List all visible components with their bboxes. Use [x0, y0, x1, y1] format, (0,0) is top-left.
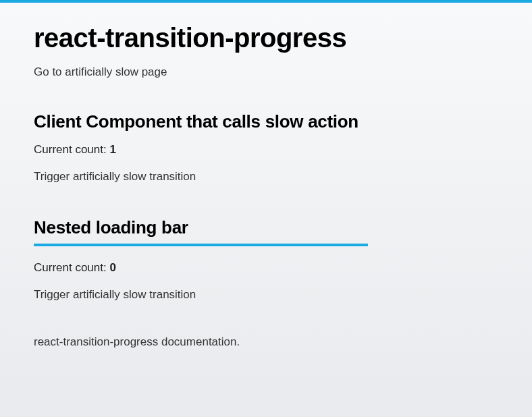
page-title: react-transition-progress: [34, 23, 498, 53]
documentation-link[interactable]: react-transition-progress documentation.: [34, 335, 498, 349]
main-container: react-transition-progress Go to artifici…: [0, 3, 532, 369]
client-count-value: 1: [109, 143, 115, 156]
nested-count-line: Current count: 0: [34, 261, 498, 275]
nested-heading: Nested loading bar: [34, 217, 498, 238]
nested-section: Nested loading bar Current count: 0 Trig…: [34, 217, 498, 302]
client-count-line: Current count: 1: [34, 143, 498, 157]
nested-progress-bar: [34, 244, 368, 246]
nested-count-label: Current count:: [34, 261, 109, 274]
slow-page-link[interactable]: Go to artificially slow page: [34, 65, 498, 79]
nested-trigger-button[interactable]: Trigger artificially slow transition: [34, 288, 498, 302]
client-component-section: Client Component that calls slow action …: [34, 111, 498, 184]
client-trigger-button[interactable]: Trigger artificially slow transition: [34, 170, 498, 184]
client-count-label: Current count:: [34, 143, 109, 156]
nested-count-value: 0: [109, 261, 115, 274]
client-component-heading: Client Component that calls slow action: [34, 111, 498, 132]
